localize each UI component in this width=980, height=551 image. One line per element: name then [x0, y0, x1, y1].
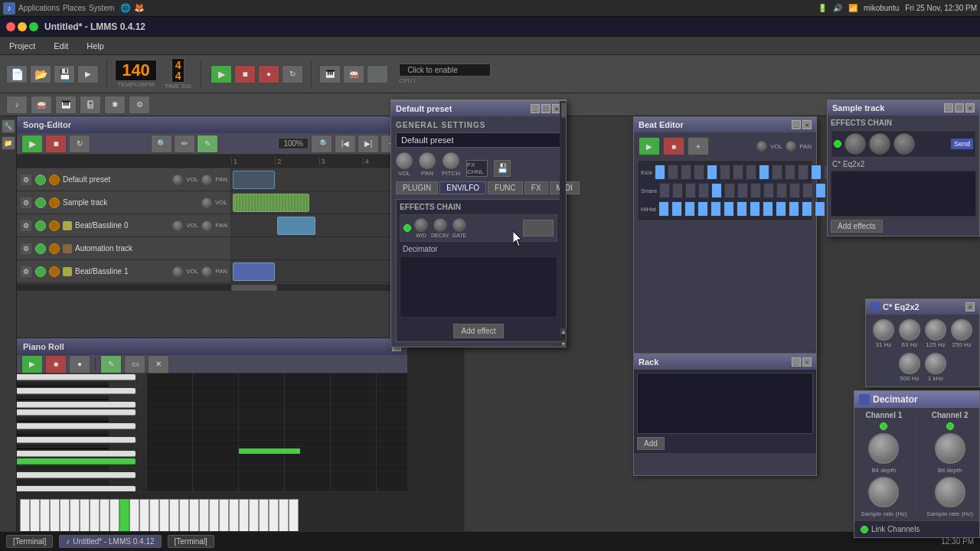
piano-key-black[interactable]	[17, 396, 109, 400]
sample-add-effect-btn[interactable]: Add effects	[831, 220, 883, 233]
stop-btn[interactable]: ■	[234, 65, 256, 83]
beat-cell[interactable]	[724, 183, 735, 198]
menu-edit[interactable]: Edit	[51, 40, 71, 52]
beat-cell[interactable]	[802, 183, 813, 198]
pr-play-btn[interactable]: ▶	[21, 355, 43, 373]
maximize-button[interactable]	[29, 22, 38, 31]
track-vol-knob-1[interactable]	[172, 174, 183, 185]
beat-cell[interactable]	[681, 165, 691, 180]
show-song-editor-btn[interactable]: ♪	[6, 96, 28, 114]
close-button[interactable]	[6, 22, 15, 31]
piano-key-white[interactable]	[17, 409, 136, 416]
beat-cell[interactable]	[711, 183, 722, 198]
song-draw-btn[interactable]: ✎	[197, 135, 218, 153]
sample-track-close[interactable]: ×	[965, 103, 975, 112]
track-solo-btn-4[interactable]	[49, 243, 60, 254]
piano-key-white[interactable]	[17, 451, 136, 457]
song-zoom-out-btn[interactable]: 🔍	[151, 135, 172, 153]
piano-key-black[interactable]	[17, 445, 109, 449]
effect-expand-btn[interactable]	[523, 220, 554, 236]
track-vol-knob-2[interactable]	[201, 197, 212, 208]
effect-decay-knob[interactable]	[433, 218, 447, 232]
beat-cell[interactable]	[659, 183, 670, 198]
song-skip-fwd-btn[interactable]: ▶|	[358, 135, 379, 153]
beat-cell[interactable]	[789, 201, 799, 217]
browser-icon[interactable]: 🌐	[120, 3, 131, 13]
beat-cell[interactable]	[737, 201, 747, 217]
beat-cell[interactable]	[685, 183, 696, 198]
piano-key-black[interactable]	[17, 480, 109, 484]
beat-cell[interactable]	[815, 183, 826, 198]
note-block-1[interactable]	[239, 448, 300, 454]
piano-key-black[interactable]	[17, 431, 109, 435]
track-vol-knob-5[interactable]	[172, 266, 183, 277]
timesig-top[interactable]: 4	[175, 60, 181, 70]
ch2-toggle[interactable]	[946, 422, 954, 430]
loop-btn[interactable]: ↻	[282, 65, 303, 83]
piano-key-white[interactable]	[17, 402, 136, 408]
beat-cell[interactable]	[789, 183, 800, 198]
beat-cell[interactable]	[694, 165, 704, 180]
eq-500hz-knob[interactable]	[899, 353, 920, 374]
track-block-3a[interactable]	[277, 217, 315, 235]
track-mute-btn-3[interactable]	[35, 220, 46, 231]
sample-effect-knob1[interactable]	[844, 133, 866, 155]
track-block-5[interactable]	[233, 262, 275, 281]
track-settings-btn-1[interactable]: ⚙	[20, 174, 32, 186]
piano-key-white[interactable]	[17, 486, 136, 491]
pr-select-btn[interactable]: ▭	[124, 355, 145, 373]
beat-cell[interactable]	[785, 165, 795, 180]
taskbar-terminal-1[interactable]: [Terminal]	[6, 535, 53, 548]
track-content-1[interactable]	[231, 168, 407, 191]
link-channels-toggle[interactable]	[861, 526, 868, 533]
save-project-btn[interactable]: 💾	[54, 65, 75, 83]
beat-editor-minimize[interactable]: _	[792, 120, 801, 129]
song-edit-btn[interactable]: ✏	[174, 135, 195, 153]
show-piano-btn[interactable]: 🎹	[55, 96, 77, 114]
taskbar-lmms[interactable]: ♪ Untitled* - LMMS 0.4.12	[59, 535, 161, 548]
beat-cell[interactable]	[798, 165, 808, 180]
beat-stop-btn[interactable]: ■	[663, 137, 684, 155]
fx-chnl-display[interactable]: FX CHNL	[466, 160, 488, 177]
piano-key-black[interactable]	[17, 417, 109, 422]
beat-vol-knob[interactable]	[756, 141, 767, 152]
beat-cell[interactable]	[655, 165, 665, 180]
piano-key-white[interactable]	[17, 437, 136, 443]
track-solo-btn-1[interactable]	[49, 174, 60, 185]
track-solo-btn-2[interactable]	[49, 197, 60, 208]
beat-play-btn[interactable]: ▶	[639, 137, 660, 155]
eq-63hz-knob[interactable]	[899, 319, 920, 341]
scroll-up-btn[interactable]: ▲	[560, 328, 567, 334]
piano-key-white[interactable]	[17, 472, 136, 478]
instrument-plugins-btn[interactable]: 🎹	[319, 65, 341, 83]
show-mixer-btn[interactable]: 🎚️	[80, 96, 101, 114]
beat-add-btn[interactable]: +	[688, 137, 709, 155]
beat-cell[interactable]	[737, 183, 748, 198]
sample-effect-toggle[interactable]	[834, 140, 841, 148]
track-mute-btn-1[interactable]	[35, 174, 46, 185]
beat-cell[interactable]	[707, 165, 717, 180]
timesig-bottom[interactable]: 4	[175, 70, 181, 81]
new-project-btn[interactable]: 📄	[6, 65, 28, 83]
app-menu-system[interactable]: System	[89, 4, 114, 12]
sidebar-btn-1[interactable]: 🔧	[2, 119, 15, 133]
beat-cell[interactable]	[776, 201, 786, 217]
preset-name-input[interactable]	[396, 132, 561, 148]
track-pan-knob-1[interactable]	[201, 174, 212, 185]
beat-cell[interactable]	[671, 201, 682, 217]
export-btn[interactable]: ▶	[77, 65, 99, 83]
track-settings-btn-2[interactable]: ⚙	[20, 197, 32, 209]
track-mute-btn-2[interactable]	[35, 197, 46, 208]
effects-scrollbar-thumb[interactable]	[561, 103, 566, 118]
tab-fx[interactable]: FX	[524, 181, 548, 194]
beat-cell[interactable]	[698, 183, 709, 198]
beat-cell[interactable]	[684, 201, 695, 217]
app-menu-apps[interactable]: Applications	[18, 4, 60, 12]
open-project-btn[interactable]: 📂	[30, 65, 51, 83]
beat-cell[interactable]	[811, 165, 822, 180]
beat-cell[interactable]	[668, 165, 678, 180]
sample-effect-knob2[interactable]	[869, 133, 890, 155]
beat-cell[interactable]	[733, 165, 743, 180]
song-zoom-level[interactable]: 100%	[278, 138, 309, 149]
track-settings-btn-4[interactable]: ⚙	[20, 243, 32, 255]
